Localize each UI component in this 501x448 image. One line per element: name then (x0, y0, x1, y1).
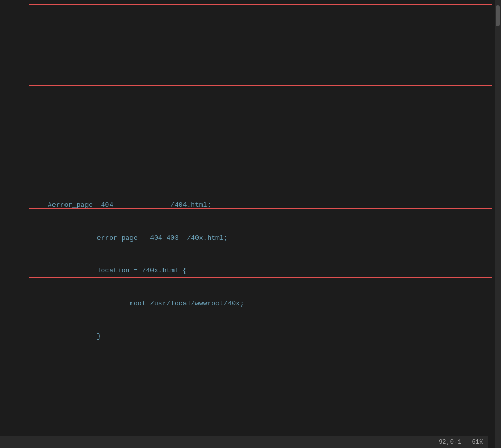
code-text: root /usr/local/wwwroot/40x; (31, 299, 244, 310)
code-line (31, 386, 489, 397)
code-line: error_page 404 403 /40x.html; (31, 233, 489, 244)
editor-area[interactable]: #error_page 404 /404.html; error_page 40… (0, 0, 495, 448)
code-line: } (31, 331, 489, 342)
code-text: location = /40x.html { (31, 266, 187, 277)
code-line (31, 146, 489, 157)
cursor-position: 92,0-1 (439, 439, 461, 446)
code-line: #error_page 404 /404.html; (31, 200, 489, 211)
scrollbar[interactable] (495, 0, 501, 448)
code-line: root /usr/local/wwwroot/40x; (31, 299, 489, 310)
code-text: } (31, 331, 101, 342)
highlight-box-2 (29, 85, 492, 132)
code-content: #error_page 404 /404.html; error_page 40… (0, 4, 495, 448)
status-bar: 92,0-1 61% (0, 436, 488, 448)
code-line: location = /40x.html { (31, 266, 489, 277)
scroll-percent: 61% (472, 439, 483, 446)
scrollbar-thumb[interactable] (496, 5, 500, 26)
code-text: error_page 404 403 /40x.html; (31, 233, 227, 244)
code-text: #error_page 404 /404.html; (31, 200, 211, 211)
highlight-box-1 (29, 4, 492, 60)
